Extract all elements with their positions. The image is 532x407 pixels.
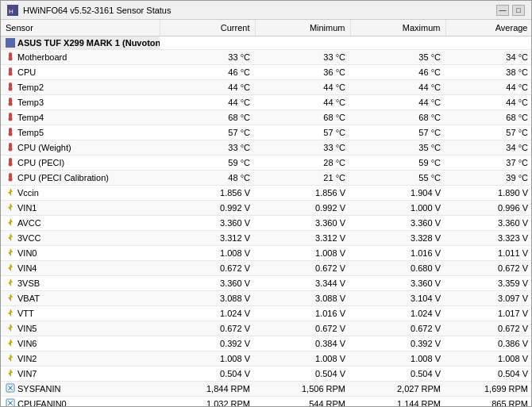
- table-row: VTT1.024 V1.016 V1.024 V1.017 V: [1, 306, 531, 321]
- svg-marker-20: [8, 188, 13, 196]
- avg-value: 0.672 V: [445, 261, 531, 276]
- volt-icon: [6, 353, 15, 364]
- sensor-name-cell: VIN0: [1, 246, 160, 260]
- col-header-minimum: Minimum: [255, 20, 350, 36]
- current-value: 3.360 V: [160, 216, 255, 231]
- current-value: 0.672 V: [160, 261, 255, 276]
- avg-value: 34 °C: [445, 140, 531, 156]
- svg-marker-29: [8, 324, 13, 332]
- svg-text:H: H: [9, 8, 13, 15]
- min-value: 0.504 V: [255, 367, 350, 382]
- fan-icon: [6, 383, 15, 394]
- sensor-label: 3VCC: [17, 233, 40, 243]
- table-row: VIN21.008 V1.008 V1.008 V1.008 V: [1, 351, 531, 367]
- max-value: 55 °C: [350, 171, 445, 186]
- current-value: 0.992 V: [160, 201, 255, 216]
- max-value: 44 °C: [350, 80, 445, 95]
- volt-icon: [6, 232, 15, 244]
- avg-value: 44 °C: [445, 80, 531, 95]
- current-value: 46 °C: [160, 65, 255, 80]
- current-value: 68 °C: [160, 110, 255, 125]
- min-value: 28 °C: [255, 156, 350, 171]
- max-value: 59 °C: [350, 156, 445, 171]
- table-row: AVCC3.360 V3.360 V3.360 V3.360 V: [1, 216, 531, 231]
- current-value: 1.008 V: [160, 246, 255, 261]
- min-value: 3.344 V: [255, 276, 350, 291]
- min-value: 1.008 V: [255, 351, 350, 367]
- sensor-label: CPU (Weight): [17, 143, 71, 152]
- avg-value: 39 °C: [445, 171, 531, 186]
- max-value: 0.392 V: [350, 336, 445, 351]
- col-header-current: Current: [160, 20, 255, 36]
- thermo-icon: [6, 172, 15, 183]
- table-row: VBAT3.088 V3.088 V3.104 V3.097 V: [1, 291, 531, 306]
- current-value: 48 °C: [160, 171, 255, 186]
- sensor-label: CPU (PECI Calibration): [17, 173, 109, 182]
- sensor-name-cell: CPU (Weight): [1, 140, 160, 155]
- max-value: 57 °C: [350, 125, 445, 140]
- col-header-maximum: Maximum: [350, 20, 445, 36]
- table-row: CPUFANIN01,032 RPM544 RPM1,144 RPM865 RP…: [1, 397, 531, 407]
- sensor-label: Motherboard: [17, 52, 67, 62]
- sensor-name-cell: VIN1: [1, 201, 160, 215]
- svg-marker-23: [8, 233, 13, 241]
- current-value: 0.672 V: [160, 321, 255, 336]
- min-value: 33 °C: [255, 140, 350, 156]
- sensor-name-cell: Temp4: [1, 110, 160, 125]
- min-value: 36 °C: [255, 65, 350, 80]
- current-value: 3.360 V: [160, 276, 255, 291]
- svg-point-15: [9, 148, 13, 152]
- min-value: 68 °C: [255, 110, 350, 125]
- sensor-name-cell: VIN4: [1, 261, 160, 275]
- table-row: VIN60.392 V0.384 V0.392 V0.386 V: [1, 336, 531, 351]
- sensor-name-cell: AVCC: [1, 216, 160, 230]
- max-value: 0.504 V: [350, 367, 445, 382]
- max-value: 1.000 V: [350, 201, 445, 216]
- min-value: 44 °C: [255, 95, 350, 110]
- section-header-label: ASUS TUF X299 MARK 1 (Nuvoton NCT6796D): [1, 36, 160, 49]
- current-value: 33 °C: [160, 140, 255, 156]
- avg-value: 1,699 RPM: [445, 382, 531, 397]
- max-value: 1.008 V: [350, 351, 445, 367]
- sensor-name-cell: 3VCC: [1, 231, 160, 245]
- svg-marker-30: [8, 339, 13, 347]
- volt-icon: [6, 368, 15, 379]
- volt-icon: [6, 248, 15, 259]
- avg-value: 34 °C: [445, 50, 531, 65]
- svg-marker-32: [8, 369, 13, 377]
- sensor-table-container[interactable]: Sensor Current Minimum Maximum Average A…: [1, 20, 531, 406]
- sensor-label: VIN7: [17, 369, 37, 378]
- sensor-name-cell: CPU (PECI Calibration): [1, 171, 160, 185]
- table-row: 3VCC3.312 V3.312 V3.328 V3.323 V: [1, 231, 531, 246]
- max-value: 3.104 V: [350, 291, 445, 306]
- fan-icon: [6, 398, 15, 406]
- sensor-label: VIN5: [17, 324, 37, 333]
- volt-icon: [6, 308, 15, 319]
- min-value: 44 °C: [255, 80, 350, 95]
- minimize-button[interactable]: —: [496, 5, 509, 16]
- table-row: 3VSB3.360 V3.344 V3.360 V3.359 V: [1, 276, 531, 291]
- current-value: 1,844 RPM: [160, 382, 255, 397]
- min-value: 1,506 RPM: [255, 382, 350, 397]
- sensor-name-cell: CPUFANIN0: [1, 397, 160, 406]
- sensor-label: AVCC: [17, 218, 41, 228]
- main-window: H HWiNFO64 v5.52-3161 Sensor Status — □ …: [0, 0, 532, 407]
- window-title: HWiNFO64 v5.52-3161 Sensor Status: [23, 6, 171, 15]
- sensor-label: VIN2: [17, 354, 37, 363]
- avg-value: 3.359 V: [445, 276, 531, 291]
- current-value: 59 °C: [160, 156, 255, 171]
- sensor-name-cell: VIN6: [1, 336, 160, 351]
- sensor-name-cell: Motherboard: [1, 50, 160, 64]
- max-value: 3.360 V: [350, 276, 445, 291]
- volt-icon: [6, 187, 15, 198]
- thermo-icon: [6, 112, 15, 123]
- avg-value: 1.008 V: [445, 351, 531, 367]
- table-row: CPU (PECI)59 °C28 °C59 °C37 °C: [1, 156, 531, 171]
- table-row: CPU (PECI Calibration)48 °C21 °C55 °C39 …: [1, 171, 531, 186]
- avg-value: 38 °C: [445, 65, 531, 80]
- current-value: 57 °C: [160, 125, 255, 140]
- sensor-label: Temp5: [17, 128, 44, 137]
- maximize-button[interactable]: □: [512, 5, 525, 16]
- current-value: 0.504 V: [160, 367, 255, 382]
- table-row: VIN01.008 V1.008 V1.016 V1.011 V: [1, 246, 531, 261]
